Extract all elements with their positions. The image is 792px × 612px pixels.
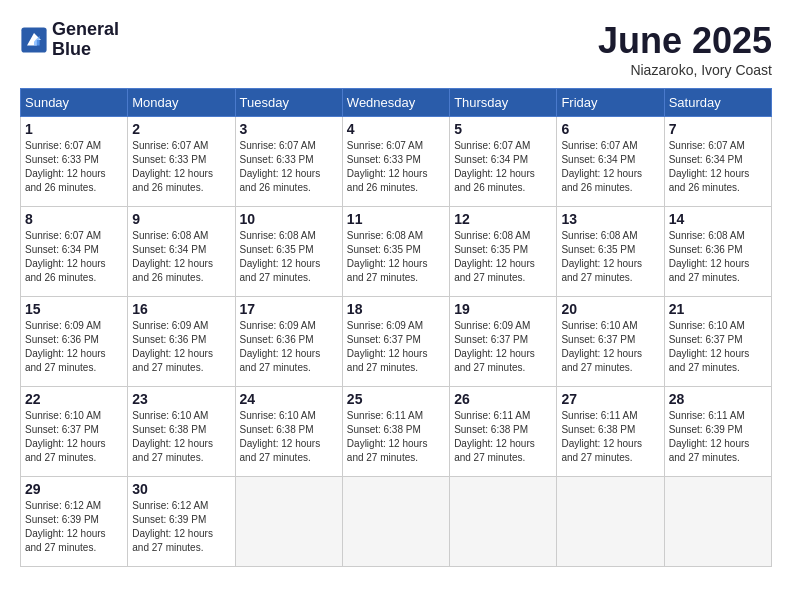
day-number: 30 [132,481,230,497]
day-number: 2 [132,121,230,137]
day-info: Sunrise: 6:11 AMSunset: 6:39 PMDaylight:… [669,409,767,465]
day-info: Sunrise: 6:10 AMSunset: 6:38 PMDaylight:… [132,409,230,465]
day-number: 26 [454,391,552,407]
calendar-week-row: 1Sunrise: 6:07 AMSunset: 6:33 PMDaylight… [21,117,772,207]
calendar-week-row: 8Sunrise: 6:07 AMSunset: 6:34 PMDaylight… [21,207,772,297]
day-info: Sunrise: 6:07 AMSunset: 6:33 PMDaylight:… [240,139,338,195]
calendar-cell: 19Sunrise: 6:09 AMSunset: 6:37 PMDayligh… [450,297,557,387]
day-number: 16 [132,301,230,317]
calendar-cell: 30Sunrise: 6:12 AMSunset: 6:39 PMDayligh… [128,477,235,567]
day-number: 17 [240,301,338,317]
calendar-cell: 17Sunrise: 6:09 AMSunset: 6:36 PMDayligh… [235,297,342,387]
day-info: Sunrise: 6:11 AMSunset: 6:38 PMDaylight:… [561,409,659,465]
calendar-cell: 12Sunrise: 6:08 AMSunset: 6:35 PMDayligh… [450,207,557,297]
day-info: Sunrise: 6:07 AMSunset: 6:34 PMDaylight:… [561,139,659,195]
logo: General Blue [20,20,119,60]
calendar-cell [342,477,449,567]
day-number: 1 [25,121,123,137]
day-number: 6 [561,121,659,137]
day-header-tuesday: Tuesday [235,89,342,117]
day-number: 20 [561,301,659,317]
day-number: 21 [669,301,767,317]
logo-text: General Blue [52,20,119,60]
calendar-cell: 20Sunrise: 6:10 AMSunset: 6:37 PMDayligh… [557,297,664,387]
day-number: 11 [347,211,445,227]
calendar-cell: 25Sunrise: 6:11 AMSunset: 6:38 PMDayligh… [342,387,449,477]
day-number: 13 [561,211,659,227]
day-number: 5 [454,121,552,137]
calendar-cell: 26Sunrise: 6:11 AMSunset: 6:38 PMDayligh… [450,387,557,477]
calendar-cell: 10Sunrise: 6:08 AMSunset: 6:35 PMDayligh… [235,207,342,297]
logo-icon [20,26,48,54]
day-info: Sunrise: 6:07 AMSunset: 6:33 PMDaylight:… [25,139,123,195]
calendar-cell: 5Sunrise: 6:07 AMSunset: 6:34 PMDaylight… [450,117,557,207]
day-number: 12 [454,211,552,227]
calendar-cell: 22Sunrise: 6:10 AMSunset: 6:37 PMDayligh… [21,387,128,477]
day-info: Sunrise: 6:08 AMSunset: 6:35 PMDaylight:… [240,229,338,285]
calendar-cell: 7Sunrise: 6:07 AMSunset: 6:34 PMDaylight… [664,117,771,207]
day-header-saturday: Saturday [664,89,771,117]
day-info: Sunrise: 6:12 AMSunset: 6:39 PMDaylight:… [132,499,230,555]
calendar-cell: 28Sunrise: 6:11 AMSunset: 6:39 PMDayligh… [664,387,771,477]
calendar-cell: 8Sunrise: 6:07 AMSunset: 6:34 PMDaylight… [21,207,128,297]
calendar-cell: 15Sunrise: 6:09 AMSunset: 6:36 PMDayligh… [21,297,128,387]
header: General Blue June 2025 Niazaroko, Ivory … [20,20,772,78]
day-number: 25 [347,391,445,407]
day-number: 14 [669,211,767,227]
day-info: Sunrise: 6:09 AMSunset: 6:37 PMDaylight:… [347,319,445,375]
day-info: Sunrise: 6:11 AMSunset: 6:38 PMDaylight:… [454,409,552,465]
day-info: Sunrise: 6:09 AMSunset: 6:36 PMDaylight:… [25,319,123,375]
calendar-week-row: 15Sunrise: 6:09 AMSunset: 6:36 PMDayligh… [21,297,772,387]
day-number: 8 [25,211,123,227]
day-info: Sunrise: 6:08 AMSunset: 6:35 PMDaylight:… [454,229,552,285]
title-area: June 2025 Niazaroko, Ivory Coast [598,20,772,78]
calendar-cell: 2Sunrise: 6:07 AMSunset: 6:33 PMDaylight… [128,117,235,207]
day-info: Sunrise: 6:08 AMSunset: 6:35 PMDaylight:… [561,229,659,285]
logo-line2: Blue [52,40,119,60]
day-info: Sunrise: 6:07 AMSunset: 6:33 PMDaylight:… [132,139,230,195]
calendar-header-row: SundayMondayTuesdayWednesdayThursdayFrid… [21,89,772,117]
calendar-week-row: 29Sunrise: 6:12 AMSunset: 6:39 PMDayligh… [21,477,772,567]
day-info: Sunrise: 6:10 AMSunset: 6:37 PMDaylight:… [669,319,767,375]
month-title: June 2025 [598,20,772,62]
calendar-cell: 13Sunrise: 6:08 AMSunset: 6:35 PMDayligh… [557,207,664,297]
day-info: Sunrise: 6:07 AMSunset: 6:34 PMDaylight:… [669,139,767,195]
day-info: Sunrise: 6:08 AMSunset: 6:36 PMDaylight:… [669,229,767,285]
day-number: 18 [347,301,445,317]
calendar-cell: 14Sunrise: 6:08 AMSunset: 6:36 PMDayligh… [664,207,771,297]
day-number: 19 [454,301,552,317]
day-info: Sunrise: 6:09 AMSunset: 6:36 PMDaylight:… [240,319,338,375]
calendar-cell: 23Sunrise: 6:10 AMSunset: 6:38 PMDayligh… [128,387,235,477]
calendar-cell: 27Sunrise: 6:11 AMSunset: 6:38 PMDayligh… [557,387,664,477]
day-number: 28 [669,391,767,407]
calendar-cell: 9Sunrise: 6:08 AMSunset: 6:34 PMDaylight… [128,207,235,297]
day-info: Sunrise: 6:08 AMSunset: 6:34 PMDaylight:… [132,229,230,285]
day-number: 15 [25,301,123,317]
calendar-cell: 24Sunrise: 6:10 AMSunset: 6:38 PMDayligh… [235,387,342,477]
day-info: Sunrise: 6:11 AMSunset: 6:38 PMDaylight:… [347,409,445,465]
logo-line1: General [52,20,119,40]
day-info: Sunrise: 6:09 AMSunset: 6:36 PMDaylight:… [132,319,230,375]
calendar-cell: 4Sunrise: 6:07 AMSunset: 6:33 PMDaylight… [342,117,449,207]
calendar-cell [664,477,771,567]
day-info: Sunrise: 6:08 AMSunset: 6:35 PMDaylight:… [347,229,445,285]
calendar-cell: 29Sunrise: 6:12 AMSunset: 6:39 PMDayligh… [21,477,128,567]
day-number: 9 [132,211,230,227]
day-header-sunday: Sunday [21,89,128,117]
calendar-cell: 18Sunrise: 6:09 AMSunset: 6:37 PMDayligh… [342,297,449,387]
day-info: Sunrise: 6:10 AMSunset: 6:37 PMDaylight:… [561,319,659,375]
day-number: 3 [240,121,338,137]
calendar-cell [235,477,342,567]
day-header-wednesday: Wednesday [342,89,449,117]
day-number: 23 [132,391,230,407]
day-header-thursday: Thursday [450,89,557,117]
day-header-friday: Friday [557,89,664,117]
day-number: 29 [25,481,123,497]
day-number: 27 [561,391,659,407]
day-info: Sunrise: 6:07 AMSunset: 6:33 PMDaylight:… [347,139,445,195]
day-info: Sunrise: 6:10 AMSunset: 6:38 PMDaylight:… [240,409,338,465]
calendar-cell: 6Sunrise: 6:07 AMSunset: 6:34 PMDaylight… [557,117,664,207]
day-number: 4 [347,121,445,137]
day-info: Sunrise: 6:09 AMSunset: 6:37 PMDaylight:… [454,319,552,375]
location: Niazaroko, Ivory Coast [598,62,772,78]
